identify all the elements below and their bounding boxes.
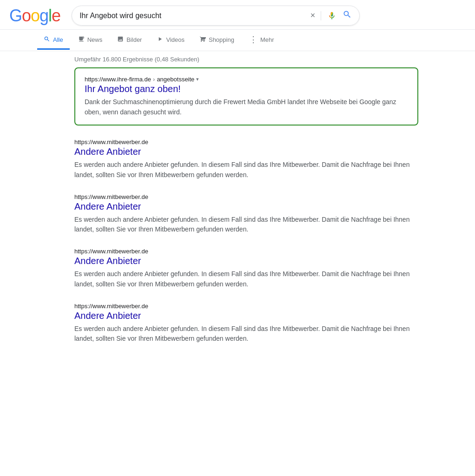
result-card-3: https://www.mitbewerber.de Andere Anbiet… bbox=[74, 248, 418, 289]
shopping-icon bbox=[199, 36, 206, 44]
result-3-title[interactable]: Andere Anbieter bbox=[74, 256, 418, 266]
result-2-description: Es werden auch andere Anbieter gefunden.… bbox=[74, 215, 418, 235]
result-3-url: https://www.mitbewerber.de bbox=[74, 248, 418, 255]
result-3-url-text: https://www.mitbewerber.de bbox=[74, 248, 148, 255]
nav-tabs: Alle News Bilder Videos Shopping ⋮ Mehr bbox=[0, 30, 475, 51]
videos-icon bbox=[157, 36, 163, 44]
news-icon bbox=[78, 36, 85, 44]
url-separator: › bbox=[153, 76, 155, 83]
logo-o1: o bbox=[22, 6, 31, 26]
result-1-description: Es werden auch andere Anbieter gefunden.… bbox=[74, 160, 418, 180]
result-card-4: https://www.mitbewerber.de Andere Anbiet… bbox=[74, 303, 418, 344]
result-1-url: https://www.mitbewerber.de bbox=[74, 139, 418, 145]
result-card-1: https://www.mitbewerber.de Andere Anbiet… bbox=[74, 139, 418, 180]
mehr-icon: ⋮ bbox=[249, 34, 257, 45]
tab-bilder-label: Bilder bbox=[126, 36, 142, 43]
tab-shopping-label: Shopping bbox=[209, 36, 234, 43]
featured-result-title[interactable]: Ihr Angebot ganz oben! bbox=[85, 84, 408, 94]
clear-icon[interactable]: × bbox=[310, 11, 316, 20]
result-4-url: https://www.mitbewerber.de bbox=[74, 303, 418, 310]
results-info: Umgefähr 16.800 Ergebnisse (0,48 Sekunde… bbox=[0, 51, 475, 67]
search-submit-icon[interactable] bbox=[343, 10, 352, 21]
tab-alle[interactable]: Alle bbox=[37, 31, 70, 50]
featured-result: https://www.ihre-firma.de › angebotsseit… bbox=[74, 67, 418, 126]
search-divider bbox=[321, 11, 321, 20]
search-bar[interactable]: × bbox=[72, 6, 360, 26]
logo-e: e bbox=[52, 6, 60, 26]
results-count: Umgefähr 16.800 Ergebnisse (0,48 Sekunde… bbox=[74, 56, 199, 63]
results-area: https://www.ihre-firma.de › angebotsseit… bbox=[0, 67, 475, 366]
tab-bilder[interactable]: Bilder bbox=[111, 31, 148, 50]
result-4-title[interactable]: Andere Anbieter bbox=[74, 311, 418, 321]
alle-icon bbox=[44, 36, 50, 44]
featured-url-path: angebotsseite bbox=[157, 76, 194, 83]
result-card-2: https://www.mitbewerber.de Andere Anbiet… bbox=[74, 193, 418, 235]
result-1-url-text: https://www.mitbewerber.de bbox=[74, 139, 148, 145]
search-bar-icons: × bbox=[310, 10, 352, 21]
breadcrumb-dropdown-icon[interactable]: ▾ bbox=[196, 76, 199, 82]
logo-g: G bbox=[9, 6, 22, 26]
tab-shopping[interactable]: Shopping bbox=[193, 31, 241, 50]
result-2-url-text: https://www.mitbewerber.de bbox=[74, 193, 148, 200]
tab-videos-label: Videos bbox=[166, 36, 185, 43]
featured-url-domain: https://www.ihre-firma.de bbox=[85, 76, 151, 83]
microphone-icon[interactable] bbox=[327, 11, 337, 21]
tab-videos[interactable]: Videos bbox=[150, 31, 191, 50]
logo-l: l bbox=[48, 6, 52, 26]
tab-alle-label: Alle bbox=[53, 36, 63, 43]
result-2-title[interactable]: Andere Anbieter bbox=[74, 201, 418, 212]
search-input[interactable] bbox=[79, 12, 306, 20]
header: Google × bbox=[0, 0, 475, 30]
tab-news-label: News bbox=[87, 36, 103, 43]
featured-result-description: Dank der Suchmaschinenoptimierung durch … bbox=[85, 97, 408, 117]
featured-url: https://www.ihre-firma.de › angebotsseit… bbox=[85, 76, 408, 83]
tab-news[interactable]: News bbox=[72, 31, 109, 50]
bilder-icon bbox=[117, 36, 124, 44]
result-4-url-text: https://www.mitbewerber.de bbox=[74, 303, 148, 310]
result-3-description: Es werden auch andere Anbieter gefunden.… bbox=[74, 269, 418, 289]
result-1-title[interactable]: Andere Anbieter bbox=[74, 146, 418, 157]
logo-o2: o bbox=[31, 6, 40, 26]
google-logo: Google bbox=[9, 6, 60, 26]
logo-g2: g bbox=[40, 6, 48, 26]
tab-mehr-label: Mehr bbox=[260, 36, 274, 43]
tab-mehr[interactable]: ⋮ Mehr bbox=[243, 30, 281, 51]
result-4-description: Es werden auch andere Anbieter gefunden.… bbox=[74, 324, 418, 344]
result-2-url: https://www.mitbewerber.de bbox=[74, 193, 418, 200]
